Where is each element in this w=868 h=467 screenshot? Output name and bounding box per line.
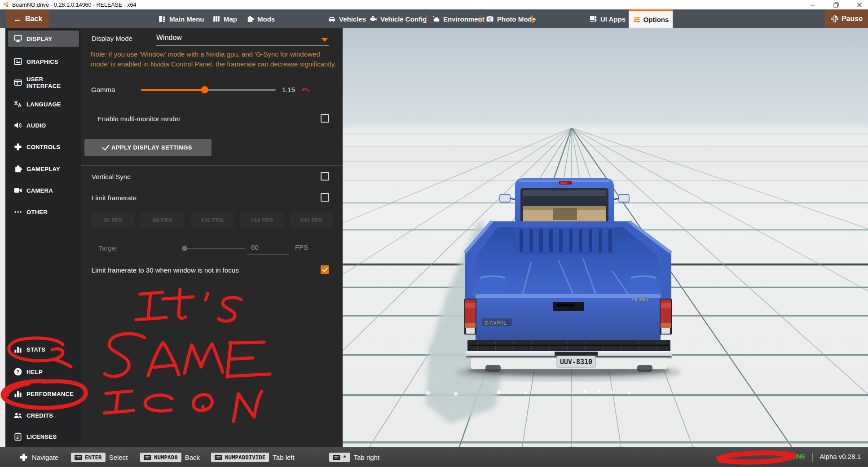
sidebar-item-other[interactable]: OTHER [8, 204, 79, 220]
nav-item-vehicles[interactable]: Vehicles [328, 9, 366, 28]
right-mirror [619, 194, 629, 202]
key-label: NUMPADDIVIDE [225, 454, 265, 461]
fps-144-button[interactable]: 144 FPS [240, 212, 283, 228]
content-area: DISPLAY GRAPHICS USER INTERFACE LANGUAGE… [0, 28, 868, 447]
sidebar-item-credits[interactable]: CREDITS [8, 407, 79, 423]
nav-item-environment[interactable]: Environment [432, 9, 485, 28]
limit-framerate-label: Limit framerate [92, 194, 137, 202]
engine-icon [369, 15, 377, 23]
target-slider-track[interactable] [185, 248, 245, 249]
nav-separator [532, 15, 533, 23]
sidebar-item-audio[interactable]: AUDIO [8, 117, 79, 133]
target-value-input[interactable]: 60 [251, 243, 259, 251]
gamma-label: Gamma [91, 86, 115, 93]
sidebar-item-label: DISPLAY [26, 35, 52, 42]
svg-text:?: ? [16, 369, 19, 374]
nav-item-mods[interactable]: Mods [246, 9, 275, 28]
apply-display-settings-button[interactable]: APPLY DISPLAY SETTINGS [84, 139, 211, 156]
fps-240-button[interactable]: 240 FPS [290, 212, 333, 228]
fps-120-button[interactable]: 120 FPS [190, 212, 234, 228]
tab-right-hint: * Tab right [329, 447, 379, 467]
clipboard-icon [13, 432, 22, 441]
sidebar-item-language[interactable]: LANGUAGE [8, 96, 79, 112]
video-camera-icon [13, 186, 22, 195]
target-value-underline [247, 254, 289, 255]
camera-icon [486, 15, 494, 23]
nav-item-map[interactable]: Map [212, 9, 237, 28]
left-mirror [500, 194, 510, 202]
nav-separator [426, 15, 427, 23]
pause-button[interactable]: Pause [825, 9, 868, 28]
gamma-reset-button[interactable] [300, 86, 310, 93]
display-mode-select[interactable]: Window [156, 34, 182, 42]
user-interface-icon [13, 78, 22, 87]
restore-button[interactable] [831, 1, 841, 9]
minimize-button[interactable] [808, 1, 818, 9]
key-chip: ENTER [71, 453, 106, 462]
tab-left-hint: NUMPADDIVIDE Tab left [211, 447, 295, 467]
sidebar-item-gameplay[interactable]: GAMEPLAY [8, 161, 79, 177]
limit-focus-checkbox[interactable] [321, 265, 329, 274]
nav-separator [480, 15, 480, 23]
weather-icon [432, 15, 440, 23]
sidebar-item-label: CREDITS [26, 412, 53, 419]
sidebar-item-camera[interactable]: CAMERA [8, 182, 79, 198]
sidebar-item-user-interface[interactable]: USER INTERFACE [8, 75, 79, 91]
gamma-slider-thumb[interactable] [201, 86, 208, 93]
check-icon [102, 143, 110, 150]
bar-chart-icon [13, 345, 22, 354]
sidebar-item-label: CAMERA [26, 187, 53, 194]
sidebar-item-stats[interactable]: STATS [8, 341, 79, 357]
multi-monitor-checkbox[interactable] [321, 114, 329, 123]
target-label: Target [98, 244, 117, 252]
navigate-label: Navigate [32, 454, 58, 461]
sky [343, 28, 868, 128]
key-chip: * [329, 453, 350, 462]
nav-item-ui-apps[interactable]: UI Apps [589, 9, 626, 28]
limit-framerate-checkbox[interactable] [321, 193, 329, 202]
fps-30-button[interactable]: 30 FPS [91, 212, 135, 228]
vertical-sync-checkbox[interactable] [321, 172, 329, 181]
nav-item-label: Mods [257, 15, 275, 23]
chevron-down-icon[interactable] [321, 38, 328, 42]
license-plate-text: UUV-8310 [560, 358, 592, 366]
nav-item-photo-mode[interactable]: Photo Mode [486, 9, 536, 28]
sidebar-item-display[interactable]: DISPLAY [8, 31, 79, 47]
beamng-window: BeamNG.drive - 0.28.1.0.14960 - RELEASE … [0, 0, 868, 467]
target-slider-thumb[interactable] [182, 246, 187, 251]
sidebar-item-controls[interactable]: CONTROLS [8, 139, 79, 155]
graphics-icon [13, 57, 22, 66]
sidebar-item-licenses[interactable]: LICENSES [8, 428, 79, 445]
keyboard-icon [215, 455, 222, 460]
ellipsis-icon [13, 207, 22, 216]
display-icon [13, 34, 22, 43]
fps-preset-row: 30 FPS 60 FPS 120 FPS 144 FPS 240 FPS [91, 212, 337, 228]
sidebar-item-label: USER INTERFACE [26, 76, 79, 89]
key-label: * [343, 454, 347, 461]
sidebar-item-graphics[interactable]: GRAPHICS [8, 53, 79, 70]
pause-label: Pause [842, 15, 863, 23]
sidebar-item-help[interactable]: ? HELP [8, 364, 79, 380]
keyboard-icon [75, 455, 82, 460]
sidebar-item-label: PERFORMANCE [26, 391, 74, 397]
nav-item-label: Photo Mode [497, 15, 536, 23]
beamng-logo-icon [3, 1, 9, 8]
options-label: Options [643, 16, 669, 23]
sidebar-item-label: AUDIO [26, 122, 46, 129]
game-viewport: GAVRIL V8 4WD [343, 28, 868, 447]
back-button[interactable]: ← Back [6, 9, 49, 28]
key-chip: NUMPAD0 [140, 453, 181, 462]
fps-60-button[interactable]: 60 FPS [141, 212, 184, 228]
sidebar-item-performance[interactable]: PERFORMANCE [8, 386, 79, 402]
wheel-hump [629, 275, 658, 296]
select-hint: ENTER Select [71, 447, 128, 467]
online-status: ONLINE [783, 453, 805, 460]
sidebar-item-label: STATS [26, 346, 45, 353]
tab-options[interactable]: Options [629, 9, 673, 28]
nav-item-vehicle-config[interactable]: Vehicle Config [369, 9, 427, 28]
nav-item-main-menu[interactable]: Main Menu [158, 9, 204, 28]
key-chip: NUMPADDIVIDE [211, 453, 269, 462]
sidebar-item-label: CONTROLS [26, 144, 60, 150]
language-icon [13, 100, 22, 109]
close-button[interactable] [855, 1, 864, 9]
